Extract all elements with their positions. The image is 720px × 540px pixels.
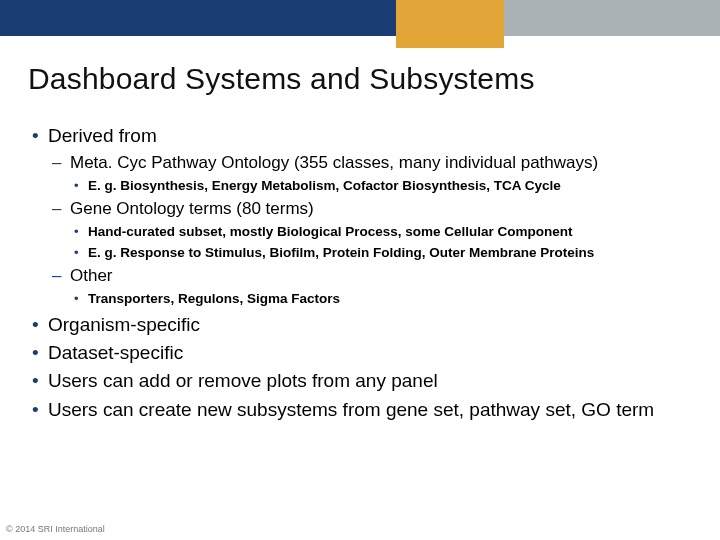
bullet-sublist: E. g. Biosynthesis, Energy Metabolism, C… [70,177,692,196]
bullet-sublist: Hand-curated subset, mostly Biological P… [70,223,692,263]
bullet-text: Dataset-specific [48,342,183,363]
bullet-text: Organism-specific [48,314,200,335]
bullet-text: Users can create new subsystems from gen… [48,399,654,420]
bullet-text: Hand-curated subset, mostly Biological P… [88,224,573,239]
bullet-item: Transporters, Regulons, Sigma Factors [70,290,692,309]
header-grey-block [504,0,720,36]
bullet-sublist: Transporters, Regulons, Sigma Factors [70,290,692,309]
bullet-item: E. g. Response to Stimulus, Biofilm, Pro… [70,244,692,263]
bullet-item: Other Transporters, Regulons, Sigma Fact… [48,265,692,309]
bullet-text: E. g. Biosynthesis, Energy Metabolism, C… [88,178,561,193]
bullet-list: Derived from Meta. Cyc Pathway Ontology … [28,124,692,422]
bullet-item: Organism-specific [28,313,692,337]
bullet-item: Users can create new subsystems from gen… [28,398,692,422]
bullet-text: Meta. Cyc Pathway Ontology (355 classes,… [70,153,598,172]
header-gold-block [396,0,504,48]
bullet-item: Hand-curated subset, mostly Biological P… [70,223,692,242]
header-navy-block [0,0,396,36]
copyright-footer: © 2014 SRI International [6,524,105,534]
bullet-sublist: Meta. Cyc Pathway Ontology (355 classes,… [48,152,692,308]
bullet-text: E. g. Response to Stimulus, Biofilm, Pro… [88,245,594,260]
bullet-item: E. g. Biosynthesis, Energy Metabolism, C… [70,177,692,196]
header-bar [0,0,720,36]
bullet-text: Transporters, Regulons, Sigma Factors [88,291,340,306]
slide-content: Dashboard Systems and Subsystems Derived… [0,36,720,422]
bullet-text: Users can add or remove plots from any p… [48,370,438,391]
slide-title: Dashboard Systems and Subsystems [28,62,692,96]
bullet-text: Derived from [48,125,157,146]
bullet-item: Meta. Cyc Pathway Ontology (355 classes,… [48,152,692,196]
bullet-text: Gene Ontology terms (80 terms) [70,199,314,218]
bullet-item: Users can add or remove plots from any p… [28,369,692,393]
bullet-text: Other [70,266,113,285]
bullet-item: Gene Ontology terms (80 terms) Hand-cura… [48,198,692,263]
bullet-item: Derived from Meta. Cyc Pathway Ontology … [28,124,692,309]
bullet-item: Dataset-specific [28,341,692,365]
